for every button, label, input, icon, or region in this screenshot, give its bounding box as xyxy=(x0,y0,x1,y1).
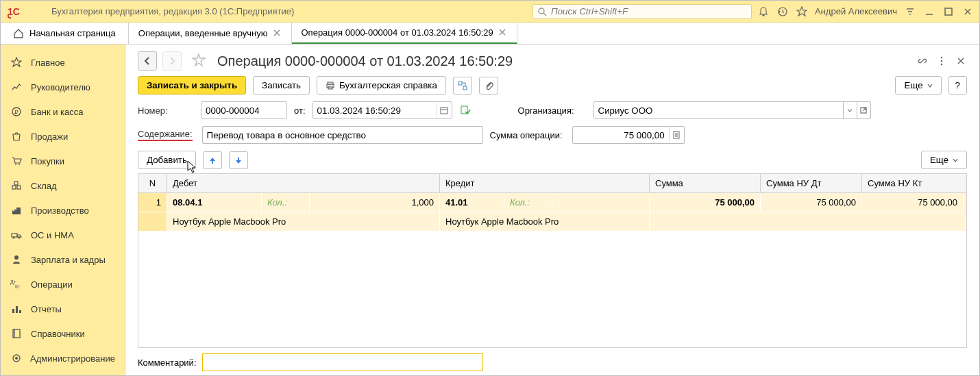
col-n[interactable]: N xyxy=(138,174,167,192)
col-nukt[interactable]: Сумма НУ Кт xyxy=(862,174,964,192)
favorite-star-icon[interactable] xyxy=(191,53,208,69)
svg-point-37 xyxy=(941,64,943,66)
sidebar-item-label: Справочники xyxy=(31,329,85,339)
svg-rect-28 xyxy=(12,309,14,313)
person-icon xyxy=(10,253,23,266)
tab-home[interactable]: Начальная страница xyxy=(1,23,129,44)
user-name[interactable]: Андрей Алексеевич xyxy=(815,6,897,16)
approve-icon[interactable] xyxy=(459,104,471,116)
sidebar-item-manager[interactable]: Руководителю xyxy=(1,75,125,99)
filter-icon[interactable] xyxy=(904,5,916,18)
help-button[interactable]: ? xyxy=(948,76,967,95)
sidebar-item-assets[interactable]: ОС и НМА xyxy=(1,223,125,247)
maximize-icon[interactable] xyxy=(942,5,955,18)
add-row-button[interactable]: Добавить xyxy=(138,151,196,169)
sidebar-item-stock[interactable]: Склад xyxy=(1,173,125,198)
qty-label: Кол.: xyxy=(262,193,310,212)
date-input[interactable] xyxy=(313,102,437,118)
coin-icon: ₽ xyxy=(10,105,23,118)
grid-row-detail[interactable]: Ноутбук Apple Macbook Pro Ноутбук Apple … xyxy=(138,212,966,231)
tab-home-label: Начальная страница xyxy=(29,28,116,38)
sidebar-item-buy[interactable]: Покупки xyxy=(1,149,125,173)
nudt-cell: 75 000,00 xyxy=(761,193,862,212)
gear-icon xyxy=(10,352,22,364)
svg-text:₽: ₽ xyxy=(14,109,19,116)
global-search-input[interactable] xyxy=(532,4,752,19)
debet-account: 08.04.1 xyxy=(167,193,262,212)
svg-point-17 xyxy=(15,164,16,165)
sidebar-item-sales[interactable]: Продажи xyxy=(1,124,125,149)
sum-label: Сумма операции: xyxy=(490,130,565,140)
forward-button[interactable] xyxy=(162,51,182,71)
close-icon[interactable] xyxy=(273,29,282,38)
col-sum[interactable]: Сумма xyxy=(650,174,761,192)
star-icon[interactable] xyxy=(796,5,808,18)
history-icon[interactable] xyxy=(776,5,789,18)
sidebar-item-hr[interactable]: Зарплата и кадры xyxy=(1,247,125,272)
row-n: 1 xyxy=(138,193,167,212)
sidebar-item-label: Главное xyxy=(31,58,65,68)
back-button[interactable] xyxy=(138,51,157,71)
bell-icon[interactable] xyxy=(757,5,770,18)
sidebar-item-bank[interactable]: ₽Банк и касса xyxy=(1,99,125,124)
more-button-2[interactable]: Еще xyxy=(921,151,967,169)
tab-operations-list[interactable]: Операции, введенные вручную xyxy=(129,23,292,44)
kebab-icon[interactable] xyxy=(935,55,948,67)
grid-header: N Дебет Кредит Сумма Сумма НУ Дт Сумма Н… xyxy=(138,174,966,193)
tab-label: Операции, введенные вручную xyxy=(138,28,268,38)
close-window-icon[interactable] xyxy=(961,5,974,18)
calendar-icon[interactable] xyxy=(437,103,452,118)
kredit-detail: Ноутбук Apple Macbook Pro xyxy=(440,212,650,231)
number-input[interactable] xyxy=(201,102,286,118)
save-button[interactable]: Записать xyxy=(253,76,310,95)
open-icon[interactable] xyxy=(857,102,870,118)
related-docs-button[interactable] xyxy=(453,77,472,95)
move-up-button[interactable] xyxy=(203,151,222,169)
boxes-icon xyxy=(10,179,23,192)
bars-icon xyxy=(10,303,23,315)
sidebar-item-label: Покупки xyxy=(31,156,64,166)
content-label: Содержание: xyxy=(138,129,193,141)
col-kredit[interactable]: Кредит xyxy=(440,174,650,192)
sidebar-item-prod[interactable]: Производство xyxy=(1,198,125,223)
svg-rect-20 xyxy=(17,186,21,189)
app-title: Бухгалтерия предприятия, редакция 3.0 (1… xyxy=(51,6,294,16)
accounting-report-button[interactable]: Бухгалтерская справка xyxy=(317,76,446,95)
move-down-button[interactable] xyxy=(229,151,248,169)
minimize-icon[interactable] xyxy=(923,5,935,18)
sidebar: Главное Руководителю ₽Банк и касса Прода… xyxy=(1,45,125,376)
close-doc-icon[interactable] xyxy=(955,55,967,67)
chart-icon xyxy=(10,81,23,93)
svg-point-24 xyxy=(19,237,21,239)
comment-input[interactable] xyxy=(202,353,483,371)
svg-rect-21 xyxy=(14,181,18,185)
sum-input[interactable] xyxy=(573,127,669,143)
sum-cell: 75 000,00 xyxy=(650,193,761,212)
sidebar-item-reports[interactable]: Отчеты xyxy=(1,297,125,321)
link-icon[interactable] xyxy=(916,55,929,67)
attach-button[interactable] xyxy=(479,77,498,95)
debet-detail: Ноутбук Apple Macbook Pro xyxy=(167,212,440,231)
calc-icon[interactable] xyxy=(669,127,684,142)
more-button[interactable]: Еще xyxy=(895,76,941,95)
sidebar-item-label: Производство xyxy=(31,205,89,216)
save-close-button[interactable]: Записать и закрыть xyxy=(138,76,246,95)
org-input[interactable] xyxy=(594,102,843,118)
content-input[interactable] xyxy=(203,127,482,143)
sidebar-item-label: Продажи xyxy=(31,131,68,142)
debet-qty: 1,000 xyxy=(310,193,440,212)
sidebar-item-operations[interactable]: ДтКтОперации xyxy=(1,272,125,297)
sidebar-item-dictionaries[interactable]: Справочники xyxy=(1,321,125,346)
sidebar-item-main[interactable]: Главное xyxy=(1,50,125,75)
dropdown-icon[interactable] xyxy=(843,102,857,118)
sidebar-item-label: ОС и НМА xyxy=(31,230,74,240)
col-nudt[interactable]: Сумма НУ Дт xyxy=(761,174,862,192)
svg-text:1С: 1С xyxy=(8,6,20,17)
close-icon[interactable] xyxy=(499,29,507,37)
menu-icon[interactable] xyxy=(34,5,46,18)
grid-row[interactable]: 1 08.04.1 Кол.: 1,000 41.01 Кол.: 75 000… xyxy=(138,193,966,212)
svg-point-23 xyxy=(13,237,15,239)
col-debet[interactable]: Дебет xyxy=(167,174,440,192)
sidebar-item-admin[interactable]: Администрирование xyxy=(1,346,125,371)
tab-operation-doc[interactable]: Операция 0000-000004 от 01.03.2024 16:50… xyxy=(292,23,517,44)
